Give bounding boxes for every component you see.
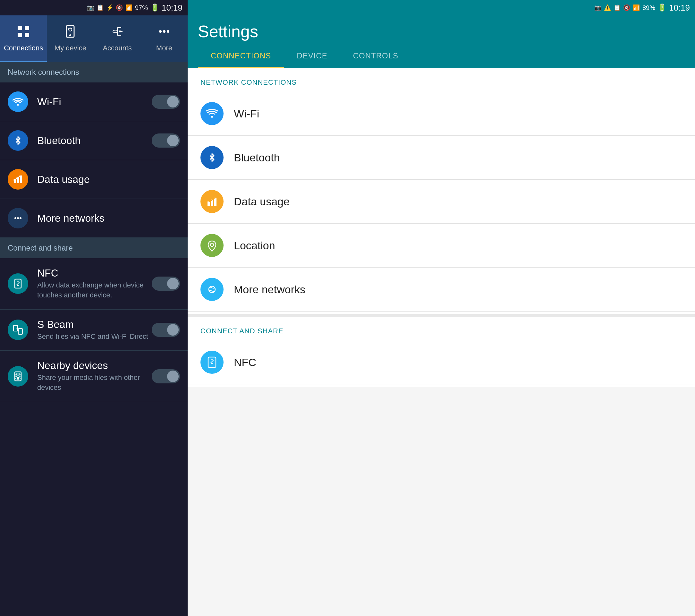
- nav-tabs: Connections My device: [0, 15, 188, 62]
- wifi-title: Wi-Fi: [37, 96, 152, 108]
- screenshot-icon: 📷: [87, 4, 94, 11]
- nfc-subtitle: Allow data exchange when device touches …: [37, 280, 152, 300]
- battery-left: 97%: [135, 4, 148, 12]
- mute-icon: 🔇: [116, 4, 123, 11]
- svg-point-24: [14, 217, 16, 219]
- accounts-tab-icon: [110, 24, 124, 41]
- svg-point-23: [19, 176, 20, 177]
- more-tab-label: More: [156, 44, 172, 52]
- right-nfc-item[interactable]: NFC: [188, 340, 695, 384]
- nfc-title: NFC: [37, 267, 152, 279]
- bluetooth-icon: [8, 130, 28, 151]
- mydevice-tab-icon: [63, 24, 77, 41]
- wifi-toggle-knob: [167, 96, 179, 107]
- network-connections-header: Network connections: [0, 62, 188, 82]
- datausage-item[interactable]: Data usage: [0, 160, 188, 199]
- bluetooth-status-icon: ⚡: [106, 4, 113, 11]
- tab-connections-right[interactable]: CONNECTIONS: [198, 45, 284, 68]
- bluetooth-text: Bluetooth: [37, 135, 152, 147]
- warning-icon-right: ⚠️: [604, 4, 611, 11]
- wifi-icon: [8, 91, 28, 112]
- sbeam-item[interactable]: S Beam Send files via NFC and Wi-Fi Dire…: [0, 310, 188, 351]
- svg-rect-36: [207, 201, 210, 206]
- signal-icon-right: 📶: [633, 4, 640, 11]
- right-bluetooth-title: Bluetooth: [234, 151, 280, 164]
- bluetooth-toggle[interactable]: [152, 133, 180, 148]
- battery-right: 89%: [642, 4, 655, 12]
- nearbydevices-item[interactable]: Nearby devices Share your media files wi…: [0, 351, 188, 402]
- svg-point-14: [159, 30, 162, 33]
- sbeam-text: S Beam Send files via NFC and Wi-Fi Dire…: [37, 319, 152, 342]
- right-datausage-item[interactable]: Data usage: [188, 180, 695, 223]
- right-wifi-item[interactable]: Wi-Fi: [188, 92, 695, 136]
- right-content: NETWORK CONNECTIONS Wi-Fi: [188, 68, 695, 616]
- svg-point-32: [17, 375, 19, 378]
- svg-point-26: [20, 217, 21, 219]
- sbeam-toggle[interactable]: [152, 323, 180, 337]
- status-bar-right: 📷 ⚠️ 📋 🔇 📶 89% 🔋 10:19: [188, 0, 695, 15]
- bluetooth-item[interactable]: Bluetooth: [0, 121, 188, 160]
- nearbydevices-text: Nearby devices Share your media files wi…: [37, 360, 152, 393]
- nearbydevices-subtitle: Share your media files with other device…: [37, 373, 152, 393]
- svg-point-39: [210, 243, 214, 246]
- nearbydevices-toggle-knob: [167, 370, 179, 382]
- signal-icon: 📶: [125, 4, 133, 11]
- tab-accounts[interactable]: Accounts: [94, 15, 141, 62]
- tab-device-right[interactable]: DEVICE: [284, 45, 340, 68]
- svg-rect-2: [18, 33, 22, 37]
- right-location-title: Location: [234, 239, 275, 252]
- wifi-toggle[interactable]: [152, 95, 180, 109]
- right-morenetworks-icon: [201, 278, 223, 301]
- more-tab-icon: [157, 24, 171, 41]
- tab-more[interactable]: More: [141, 15, 188, 62]
- sbeam-icon: [8, 319, 28, 340]
- morenetworks-title: More networks: [37, 212, 180, 224]
- right-bluetooth-item[interactable]: Bluetooth: [188, 136, 695, 180]
- wifi-item[interactable]: Wi-Fi: [0, 82, 188, 121]
- wifi-text: Wi-Fi: [37, 96, 152, 108]
- nfc-item[interactable]: NFC Allow data exchange when device touc…: [0, 258, 188, 310]
- right-bluetooth-icon: [201, 146, 223, 169]
- svg-point-15: [163, 30, 166, 33]
- right-morenetworks-item[interactable]: More networks: [188, 268, 695, 312]
- right-wifi-icon: [201, 102, 223, 125]
- accounts-tab-label: Accounts: [103, 44, 132, 52]
- bluetooth-toggle-knob: [167, 135, 179, 146]
- tab-mydevice[interactable]: My device: [47, 15, 94, 62]
- nearbydevices-toggle[interactable]: [152, 369, 180, 383]
- morenetworks-item[interactable]: More networks: [0, 199, 188, 238]
- sbeam-title: S Beam: [37, 319, 152, 331]
- mydevice-tab-label: My device: [54, 44, 86, 52]
- section-divider: [188, 314, 695, 317]
- battery-icon-right: 🔋: [658, 3, 666, 12]
- tab-controls-right[interactable]: CONTROLS: [340, 45, 411, 68]
- nfc-toggle-knob: [167, 278, 179, 289]
- svg-rect-1: [25, 26, 29, 30]
- battery-icon-left: 🔋: [150, 3, 159, 12]
- svg-rect-0: [18, 26, 22, 30]
- datausage-text: Data usage: [37, 173, 180, 185]
- svg-point-17: [17, 104, 19, 106]
- connections-tab-label: Connections: [4, 44, 43, 52]
- svg-point-21: [14, 179, 15, 181]
- nfc-toggle[interactable]: [152, 277, 180, 291]
- screenshot-icon-right: 📷: [594, 4, 601, 11]
- right-datausage-icon: [201, 190, 223, 213]
- datausage-icon: [8, 169, 28, 189]
- right-nfc-title: NFC: [234, 356, 256, 369]
- right-location-icon: [201, 234, 223, 257]
- right-network-header: NETWORK CONNECTIONS: [188, 68, 695, 92]
- notification-icon-right: 📋: [613, 4, 621, 11]
- right-connectshare-section: CONNECT AND SHARE NFC: [188, 317, 695, 387]
- svg-point-16: [167, 30, 169, 33]
- right-panel: 📷 ⚠️ 📋 🔇 📶 89% 🔋 10:19 Settings CONNECTI…: [188, 0, 695, 616]
- nfc-icon: [8, 273, 28, 294]
- right-network-section: NETWORK CONNECTIONS Wi-Fi: [188, 68, 695, 314]
- svg-point-5: [69, 34, 71, 36]
- right-location-item[interactable]: Location: [188, 223, 695, 268]
- svg-point-22: [16, 178, 18, 179]
- right-nfc-icon: [201, 351, 223, 374]
- bluetooth-title: Bluetooth: [37, 135, 152, 147]
- tab-connections[interactable]: Connections: [0, 15, 47, 62]
- svg-rect-3: [25, 33, 29, 37]
